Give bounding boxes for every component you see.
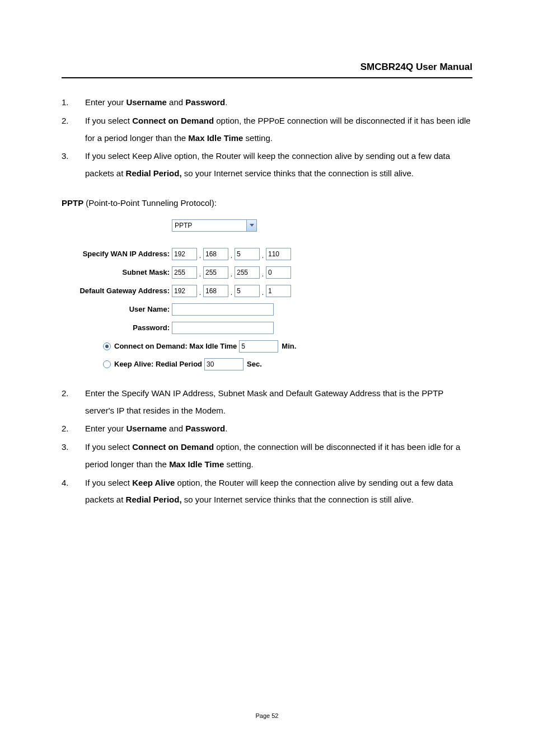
list-item: 2.If you select Connect on Demand option… (62, 112, 472, 147)
page-number: Page 52 (0, 712, 534, 719)
connect-on-demand-radio[interactable] (103, 342, 111, 350)
subnet-mask-label: Subnet Mask: (65, 268, 172, 276)
list-number: 2. (62, 385, 85, 420)
list-item: 2.Enter the Specify WAN IP Address, Subn… (62, 385, 472, 420)
instruction-list-1: 1.Enter your Username and Password.2.If … (62, 94, 472, 182)
list-number: 1. (62, 94, 85, 111)
gateway-label: Default Gateway Address: (65, 287, 172, 295)
mask-2[interactable] (203, 266, 228, 279)
max-idle-time-input[interactable] (239, 340, 278, 353)
list-text: Enter the Specify WAN IP Address, Subnet… (85, 385, 472, 420)
cod-label: Connect on Demand: Max Idle Time (114, 342, 237, 350)
gw-1[interactable] (172, 285, 197, 297)
wan-ip-4[interactable] (266, 248, 291, 260)
list-text: If you select Connect on Demand option, … (85, 112, 472, 147)
list-text: Enter your Username and Password. (85, 94, 472, 111)
list-item: 3.If you select Keep Alive option, the R… (62, 148, 472, 182)
list-text: If you select Keep Alive option, the Rou… (85, 148, 472, 182)
list-text: Enter your Username and Password. (85, 420, 472, 438)
instruction-list-2: 2.Enter the Specify WAN IP Address, Subn… (62, 385, 472, 509)
list-text: If you select Keep Alive option, the Rou… (85, 475, 472, 509)
connection-type-select[interactable]: PPTP (172, 219, 257, 232)
mask-1[interactable] (172, 266, 197, 279)
password-label: Password: (65, 323, 172, 332)
gw-4[interactable] (266, 285, 291, 297)
wan-ip-3[interactable] (235, 248, 260, 260)
list-number: 3. (62, 439, 85, 473)
wan-ip-label: Specify WAN IP Address: (65, 250, 172, 258)
keep-alive-radio[interactable] (103, 360, 111, 368)
wan-ip-1[interactable] (172, 248, 197, 260)
cod-unit: Min. (278, 342, 296, 350)
list-item: 2.Enter your Username and Password. (62, 420, 472, 438)
gw-3[interactable] (235, 285, 260, 297)
pptp-form: PPTP Specify WAN IP Address: . . . Subne… (62, 219, 472, 370)
username-input[interactable] (172, 303, 274, 316)
list-item: 1.Enter your Username and Password. (62, 94, 472, 111)
ka-unit: Sec. (243, 360, 262, 368)
list-number: 2. (62, 420, 85, 438)
redial-period-input[interactable] (204, 358, 243, 370)
list-number: 2. (62, 112, 85, 147)
pptp-intro: PPTP (Point-to-Point Tunneling Protocol)… (62, 195, 472, 212)
gw-2[interactable] (203, 285, 228, 297)
mask-4[interactable] (266, 266, 291, 279)
chevron-down-icon[interactable] (246, 220, 256, 231)
select-value: PPTP (175, 222, 192, 229)
pptp-rest: (Point-to-Point Tunneling Protocol): (83, 198, 217, 208)
list-text: If you select Connect on Demand option, … (85, 439, 472, 473)
wan-ip-2[interactable] (203, 248, 228, 260)
list-number: 4. (62, 475, 85, 509)
password-input[interactable] (172, 322, 274, 334)
mask-3[interactable] (235, 266, 260, 279)
list-number: 3. (62, 148, 85, 182)
pptp-bold: PPTP (62, 198, 83, 208)
page-title: SMCBR24Q User Manual (62, 62, 472, 78)
ka-label: Keep Alive: Redial Period (114, 360, 202, 368)
list-item: 4.If you select Keep Alive option, the R… (62, 475, 472, 509)
username-label: User Name: (65, 305, 172, 313)
list-item: 3.If you select Connect on Demand option… (62, 439, 472, 473)
